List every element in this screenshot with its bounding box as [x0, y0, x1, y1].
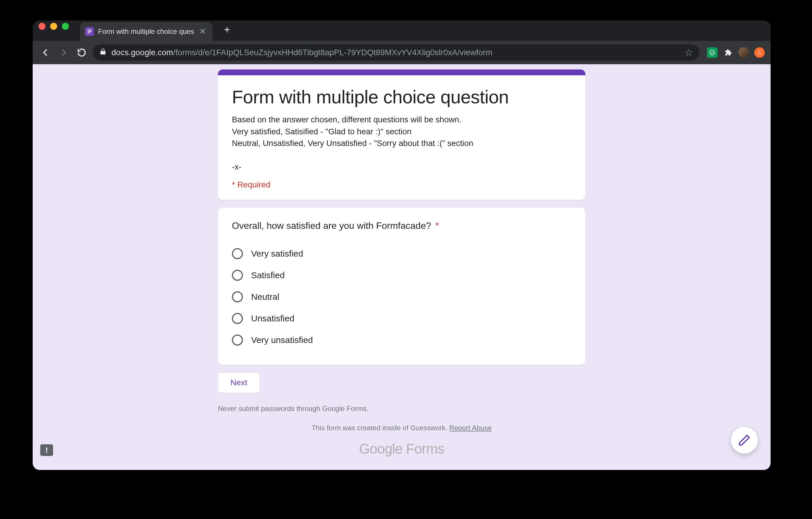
tab-title: Form with multiple choice ques — [98, 27, 194, 36]
question-text: Overall, how satisfied are you with Form… — [232, 220, 431, 231]
logo-forms-text: Forms — [403, 441, 444, 457]
google-forms-logo[interactable]: Google Forms — [218, 441, 585, 457]
radio-option[interactable]: Neutral — [232, 286, 571, 308]
svg-point-3 — [710, 50, 715, 55]
window-close-button[interactable] — [38, 23, 46, 30]
next-button[interactable]: Next — [218, 373, 260, 393]
forward-button[interactable] — [57, 46, 70, 59]
browser-window: Form with multiple choice ques ✕ + docs.… — [33, 21, 771, 470]
radio-option[interactable]: Very unsatisfied — [232, 329, 571, 351]
form-container: Form with multiple choice question Based… — [218, 64, 585, 457]
radio-option[interactable]: Unsatisfied — [232, 308, 571, 329]
lock-icon — [99, 48, 107, 57]
exclamation-icon: ! — [46, 446, 48, 455]
password-disclaimer: Never submit passwords through Google Fo… — [218, 405, 585, 413]
svg-rect-2 — [87, 32, 90, 33]
option-label: Neutral — [251, 292, 280, 302]
required-indicator: * Required — [232, 180, 571, 189]
tab-close-button[interactable]: ✕ — [198, 27, 207, 36]
forms-favicon-icon — [85, 27, 94, 36]
browser-toolbar: docs.google.com/forms/d/e/1FAIpQLSeuZsjy… — [33, 41, 771, 64]
window-controls — [38, 23, 69, 30]
window-maximize-button[interactable] — [62, 23, 69, 30]
url-host: docs.google.com — [111, 48, 173, 57]
edit-form-fab[interactable] — [731, 427, 758, 454]
radio-icon — [232, 270, 243, 281]
extension-icons: ♨ — [707, 47, 765, 58]
radio-icon — [232, 313, 243, 324]
question-title: Overall, how satisfied are you with Form… — [232, 220, 571, 231]
radio-icon — [232, 334, 243, 346]
page-content: Form with multiple choice question Based… — [33, 64, 771, 470]
extensions-puzzle-icon[interactable] — [723, 47, 733, 58]
radio-icon — [232, 291, 243, 302]
address-bar[interactable]: docs.google.com/forms/d/e/1FAIpQLSeuZsjy… — [93, 44, 699, 61]
required-asterisk: * — [435, 220, 439, 231]
new-tab-button[interactable]: + — [221, 24, 233, 36]
option-label: Unsatisfied — [251, 313, 294, 323]
form-accent-bar — [218, 70, 585, 75]
url-text: docs.google.com/forms/d/e/1FAIpQLSeuZsjy… — [111, 48, 492, 57]
profile-avatar[interactable] — [738, 47, 749, 58]
window-minimize-button[interactable] — [50, 23, 57, 30]
radio-icon — [232, 248, 243, 259]
url-path: /forms/d/e/1FAIpQLSeuZsjyvxHHd6Tibgt8apP… — [173, 48, 493, 57]
question-card: Overall, how satisfied are you with Form… — [218, 208, 585, 365]
created-inside-text: This form was created inside of Guesswor… — [312, 424, 449, 432]
form-description: Based on the answer chosen, different qu… — [232, 114, 571, 173]
radio-option[interactable]: Very satisfied — [232, 243, 571, 265]
svg-rect-1 — [87, 31, 91, 32]
back-button[interactable] — [38, 46, 53, 59]
option-label: Satisfied — [251, 270, 285, 280]
report-abuse-link[interactable]: Report Abuse — [449, 424, 491, 432]
form-title: Form with multiple choice question — [232, 86, 571, 107]
reload-button[interactable] — [75, 46, 89, 59]
svg-rect-0 — [87, 29, 91, 30]
report-problem-button[interactable]: ! — [40, 444, 53, 456]
extension-flame-icon[interactable]: ♨ — [754, 47, 765, 58]
option-label: Very satisfied — [251, 249, 303, 258]
radio-option[interactable]: Satisfied — [232, 265, 571, 286]
extension-mail-icon[interactable] — [707, 47, 718, 58]
browser-tab[interactable]: Form with multiple choice ques ✕ — [80, 22, 212, 41]
logo-google-text: Google — [359, 441, 403, 457]
option-label: Very unsatisfied — [251, 335, 313, 345]
titlebar: Form with multiple choice ques ✕ + — [33, 21, 771, 41]
form-origin-line: This form was created inside of Guesswor… — [218, 424, 585, 432]
form-header-card: Form with multiple choice question Based… — [218, 70, 585, 200]
bookmark-star-icon[interactable]: ☆ — [685, 47, 693, 58]
